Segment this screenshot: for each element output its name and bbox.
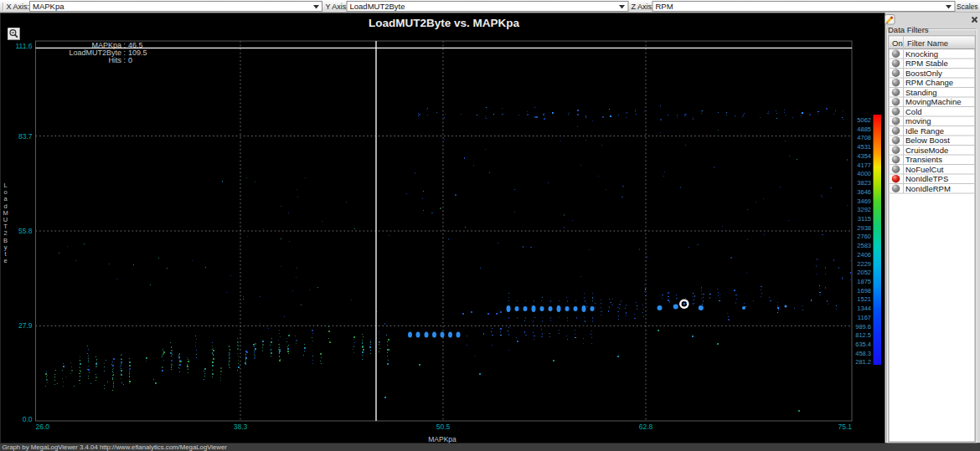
svg-text:3115: 3115 <box>858 215 871 223</box>
svg-text:2760: 2760 <box>857 233 871 240</box>
svg-text:On: On <box>892 38 903 48</box>
svg-text:NonIdleTPS: NonIdleTPS <box>905 174 948 183</box>
svg-text:4354: 4354 <box>857 152 871 160</box>
svg-text:Data Filters: Data Filters <box>888 25 929 34</box>
svg-text:3646: 3646 <box>857 188 871 196</box>
svg-text:3823: 3823 <box>857 179 871 187</box>
svg-text:3469: 3469 <box>857 197 871 205</box>
svg-text:989.6: 989.6 <box>855 323 871 331</box>
svg-text:MAPKpa: MAPKpa <box>33 2 64 11</box>
svg-text:1344: 1344 <box>857 305 871 312</box>
svg-text:RPM Stable: RPM Stable <box>905 59 948 68</box>
svg-text:RPM: RPM <box>656 2 673 11</box>
svg-text:2938: 2938 <box>857 224 871 232</box>
svg-text:Idle Range: Idle Range <box>905 126 944 136</box>
svg-text:3292: 3292 <box>857 206 871 213</box>
svg-text:LoadMUT2Byte vs. MAPKpa: LoadMUT2Byte vs. MAPKpa <box>369 17 520 29</box>
svg-text:1521: 1521 <box>857 295 871 303</box>
svg-text:NoFuelCut: NoFuelCut <box>905 165 944 174</box>
svg-text:Transients: Transients <box>905 155 942 164</box>
svg-text:Graph by MegaLogViewer 3.4.04: Graph by MegaLogViewer 3.4.04 http://www… <box>3 443 228 451</box>
svg-text:NonIdleRPM: NonIdleRPM <box>905 184 951 193</box>
svg-text:55.8: 55.8 <box>18 227 33 235</box>
svg-text:Knocking: Knocking <box>905 49 938 59</box>
svg-text:Scales: Scales <box>957 3 978 11</box>
svg-text:Below Boost: Below Boost <box>905 136 950 145</box>
svg-text:Y Axis:: Y Axis: <box>326 3 348 11</box>
svg-text:0.0: 0.0 <box>23 415 33 423</box>
svg-text:4177: 4177 <box>857 161 871 169</box>
svg-text:BoostOnly: BoostOnly <box>905 69 942 78</box>
svg-text:38.3: 38.3 <box>234 423 248 431</box>
svg-text:LoadMUT2Byte: LoadMUT2Byte <box>350 2 405 11</box>
svg-text:2052: 2052 <box>857 269 871 276</box>
svg-text:RPM Change: RPM Change <box>905 78 953 87</box>
svg-text:X Axis:: X Axis: <box>7 3 30 11</box>
svg-text:83.7: 83.7 <box>18 132 33 141</box>
svg-text:62.8: 62.8 <box>639 423 653 431</box>
svg-text:1167: 1167 <box>858 314 871 321</box>
svg-text:26.0: 26.0 <box>36 423 50 431</box>
svg-text:MAPKpa: MAPKpa <box>428 435 456 443</box>
svg-text:2406: 2406 <box>857 251 871 259</box>
svg-text:27.9: 27.9 <box>18 321 33 330</box>
svg-text:Z Axis:: Z Axis: <box>632 3 654 11</box>
svg-text:4531: 4531 <box>857 143 871 151</box>
svg-text:5062: 5062 <box>857 116 871 124</box>
svg-text:Hits :: Hits : <box>108 56 126 64</box>
svg-text:4000: 4000 <box>857 170 871 177</box>
svg-text:458.3: 458.3 <box>855 350 871 357</box>
svg-text:4708: 4708 <box>857 134 871 141</box>
svg-text:moving: moving <box>905 116 931 126</box>
svg-text:MovingMachine: MovingMachine <box>905 97 962 106</box>
svg-text:1875: 1875 <box>857 278 871 285</box>
svg-text:50.5: 50.5 <box>436 423 451 431</box>
svg-text:CruiseMode: CruiseMode <box>905 146 948 155</box>
svg-text:0: 0 <box>128 56 132 64</box>
svg-text:281.2: 281.2 <box>855 358 871 366</box>
svg-text:4885: 4885 <box>857 126 871 133</box>
svg-text:Cold: Cold <box>905 107 922 116</box>
svg-text:75.1: 75.1 <box>838 423 852 431</box>
svg-text:1698: 1698 <box>857 287 871 295</box>
svg-text:e: e <box>3 257 7 264</box>
svg-text:635.4: 635.4 <box>855 341 871 348</box>
svg-text:812.5: 812.5 <box>855 331 871 339</box>
svg-text:2229: 2229 <box>857 260 871 268</box>
svg-text:Standing: Standing <box>905 88 937 97</box>
svg-text:111.6: 111.6 <box>15 42 32 50</box>
svg-text:2583: 2583 <box>857 242 871 249</box>
svg-text:Filter Name: Filter Name <box>907 38 948 48</box>
